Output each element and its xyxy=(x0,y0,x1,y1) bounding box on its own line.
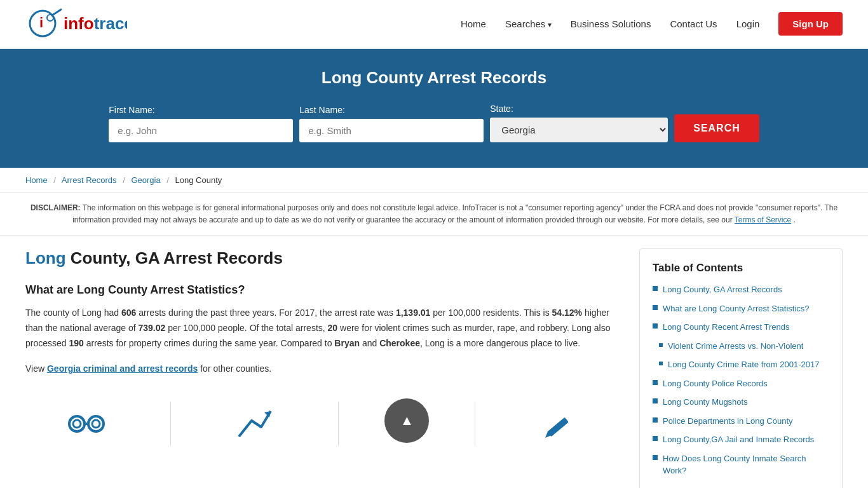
toc-list: Long County, GA Arrest RecordsWhat are L… xyxy=(653,283,829,477)
toc-bullet-icon xyxy=(653,380,658,385)
toc-item: Violent Crime Arrests vs. Non-Violent xyxy=(653,340,829,353)
toc-bullet-icon xyxy=(653,323,658,329)
arrests-count: 606 xyxy=(121,308,136,318)
disclaimer-bold: DISCLAIMER: xyxy=(31,203,81,212)
state-select[interactable]: Georgia Alabama Florida Tennessee xyxy=(490,118,668,142)
icon-pen xyxy=(521,398,597,449)
s1p9: , Long is a more dangerous place to live… xyxy=(420,338,580,348)
toc-item: Long County Mugshots xyxy=(653,396,829,409)
county1: Bryan xyxy=(334,338,360,348)
toc-heading: Table of Contents xyxy=(653,262,829,274)
search-form: First Name: Last Name: State: Georgia Al… xyxy=(25,104,843,142)
navbar: i infotracer™ Home Searches Business Sol… xyxy=(0,0,868,49)
toc-bullet-icon xyxy=(653,436,658,441)
icon-handcuffs xyxy=(48,398,125,449)
disclaimer-bar: DISCLAIMER: The information on this webp… xyxy=(0,193,868,236)
pct-higher: 54.12% xyxy=(552,308,582,318)
hero-section: Long County Arrest Records First Name: L… xyxy=(0,49,868,168)
toc-link[interactable]: Violent Crime Arrests vs. Non-Violent xyxy=(668,340,803,353)
svg-point-6 xyxy=(88,416,104,431)
nav-login[interactable]: Login xyxy=(736,18,760,29)
nav-home[interactable]: Home xyxy=(461,18,486,29)
toc-link[interactable]: Long County Mugshots xyxy=(663,396,748,409)
article-main-title: Long County, GA Arrest Records xyxy=(25,248,620,268)
breadcrumb-sep1: / xyxy=(53,175,56,185)
first-name-input[interactable] xyxy=(109,119,293,142)
toc-item: Long County,GA Jail and Inmate Records xyxy=(653,433,829,446)
toc-sub-bullet-icon xyxy=(659,362,663,365)
svg-text:i: i xyxy=(39,15,43,30)
toc-sidebar: Table of Contents Long County, GA Arrest… xyxy=(639,248,843,488)
first-name-group: First Name: xyxy=(109,105,293,142)
breadcrumb-long-county: Long County xyxy=(175,175,222,185)
property-count: 190 xyxy=(69,338,83,348)
toc-link[interactable]: What are Long County Arrest Statistics? xyxy=(663,302,810,315)
svg-point-8 xyxy=(73,420,81,428)
breadcrumb-sep3: / xyxy=(166,175,169,185)
icon-row: ▲ xyxy=(25,392,620,449)
disclaimer-tos-link[interactable]: Terms of Service xyxy=(735,215,791,224)
toc-link[interactable]: Long County, GA Arrest Records xyxy=(663,283,782,296)
county2: Cherokee xyxy=(379,338,420,348)
nav-contact[interactable]: Contact Us xyxy=(670,18,717,29)
toc-link[interactable]: How Does Long County Inmate Search Work? xyxy=(663,452,829,477)
breadcrumb-arrest-records[interactable]: Arrest Records xyxy=(62,175,117,185)
nav-business[interactable]: Business Solutions xyxy=(571,18,651,29)
toc-bullet-icon xyxy=(653,305,658,310)
svg-text:infotracer™: infotracer™ xyxy=(64,14,127,33)
scroll-top-btn[interactable]: ▲ xyxy=(384,398,429,443)
state-group: State: Georgia Alabama Florida Tennessee xyxy=(490,104,668,142)
svg-rect-11 xyxy=(547,417,569,437)
toc-link[interactable]: Long County,GA Jail and Inmate Records xyxy=(663,433,814,446)
logo-svg: i infotracer™ xyxy=(25,6,127,41)
toc-bullet-icon xyxy=(653,455,658,460)
main-content: Long County, GA Arrest Records What are … xyxy=(0,236,868,488)
nav-searches[interactable]: Searches xyxy=(505,18,552,29)
breadcrumb-georgia[interactable]: Georgia xyxy=(131,175,160,185)
toc-bullet-icon xyxy=(653,398,658,403)
view-georgia-link[interactable]: Georgia criminal and arrest records xyxy=(47,363,198,374)
section1-paragraph: The county of Long had 606 arrests durin… xyxy=(25,306,620,351)
state-label: State: xyxy=(490,104,513,114)
s1p5: per 100,000 people. Of the total arrests… xyxy=(165,323,327,333)
toc-item: Long County, GA Arrest Records xyxy=(653,283,829,296)
last-name-label: Last Name: xyxy=(299,105,345,115)
s1p2: arrests during the past three years. For… xyxy=(136,308,396,318)
hero-title: Long County Arrest Records xyxy=(25,68,843,88)
s1p1: The county of Long had xyxy=(25,308,121,318)
toc-item: What are Long County Arrest Statistics? xyxy=(653,302,829,315)
toc-link[interactable]: Police Departments in Long County xyxy=(663,415,793,428)
toc-link[interactable]: Long County Crime Rate from 2001-2017 xyxy=(668,358,819,371)
nav-links: Home Searches Business Solutions Contact… xyxy=(461,12,843,36)
breadcrumb-home[interactable]: Home xyxy=(25,175,48,185)
disclaimer-tos-end: . xyxy=(794,215,796,224)
toc-item: Long County Recent Arrest Trends xyxy=(653,321,829,334)
national-avg: 739.02 xyxy=(138,323,165,333)
article-body: Long County, GA Arrest Records What are … xyxy=(25,248,620,488)
toc-sub-bullet-icon xyxy=(659,343,663,347)
nav-signup[interactable]: Sign Up xyxy=(778,12,843,36)
section1-heading: What are Long County Arrest Statistics? xyxy=(25,283,620,297)
s1p3: per 100,000 residents. This is xyxy=(430,308,552,318)
view-end: for other counties. xyxy=(198,363,271,374)
s1p8: and xyxy=(360,338,379,348)
disclaimer-text: The information on this webpage is for g… xyxy=(72,203,837,224)
view-text: View xyxy=(25,363,47,374)
icon-trend-up xyxy=(217,398,293,449)
toc-link[interactable]: Long County Police Records xyxy=(663,377,768,390)
title-rest: County, GA Arrest Records xyxy=(66,248,283,268)
svg-point-3 xyxy=(47,15,53,21)
logo: i infotracer™ xyxy=(25,6,127,41)
toc-item: Police Departments in Long County xyxy=(653,415,829,428)
toc-bullet-icon xyxy=(653,286,658,291)
last-name-input[interactable] xyxy=(299,119,484,142)
s1p7: arrests for property crimes during the s… xyxy=(84,338,335,348)
toc-link[interactable]: Long County Recent Arrest Trends xyxy=(663,321,789,334)
search-button[interactable]: SEARCH xyxy=(674,114,759,142)
breadcrumb-sep2: / xyxy=(123,175,125,185)
toc-bullet-icon xyxy=(653,417,658,423)
view-georgia-para: View Georgia criminal and arrest records… xyxy=(25,362,620,377)
violent-count: 20 xyxy=(328,323,338,333)
breadcrumb: Home / Arrest Records / Georgia / Long C… xyxy=(0,168,868,193)
toc-item: Long County Police Records xyxy=(653,377,829,390)
